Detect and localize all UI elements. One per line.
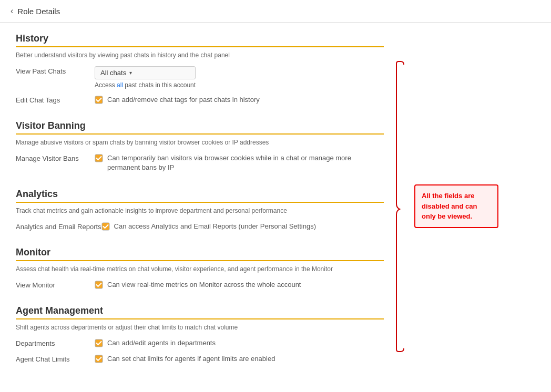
brace-icon: [394, 59, 405, 354]
annotation-area: All the fields are disabled and can only…: [394, 33, 498, 379]
field-row-manage-visitor-bans: Manage Visitor BansCan temporarily ban v…: [16, 153, 384, 172]
field-control-view-monitor: Can view real-time metrics on Monitor ac…: [95, 280, 384, 290]
section-divider-monitor: [16, 260, 384, 261]
checkbox-desc-analytics-email-reports: Can access Analytics and Email Reports (…: [114, 222, 316, 231]
checkbox-icon: [101, 222, 110, 231]
section-title-history: History: [16, 33, 384, 44]
checkbox-icon: [95, 355, 103, 363]
field-row-departments: DepartmentsCan add/edit agents in depart…: [16, 338, 384, 348]
field-control-analytics-email-reports: Can access Analytics and Email Reports (…: [101, 222, 384, 231]
checkbox-desc-edit-chat-tags: Can add/remove chat tags for past chats …: [107, 95, 260, 105]
page-title: Role Details: [17, 7, 60, 16]
section-title-monitor: Monitor: [16, 247, 384, 258]
field-row-edit-chat-tags: Edit Chat TagsCan add/remove chat tags f…: [16, 95, 384, 105]
field-label-edit-chat-tags: Edit Chat Tags: [16, 95, 95, 104]
section-title-analytics: Analytics: [16, 189, 384, 200]
field-label-departments: Departments: [16, 338, 95, 347]
section-description-monitor: Assess chat health via real-time metrics…: [16, 265, 384, 273]
field-control-edit-chat-tags: Can add/remove chat tags for past chats …: [95, 95, 384, 105]
field-label-view-past-chats: View Past Chats: [16, 66, 95, 75]
field-control-departments: Can add/edit agents in departments: [95, 338, 384, 348]
dropdown-value: All chats: [100, 69, 126, 77]
field-label-manage-visitor-bans: Manage Visitor Bans: [16, 153, 95, 162]
checkbox-icon: [95, 339, 103, 347]
page-header: ‹ Role Details: [0, 0, 551, 23]
section-analytics: AnalyticsTrack chat metrics and gain act…: [16, 189, 384, 231]
field-label-analytics-email-reports: Analytics and Email Reports: [16, 222, 101, 231]
section-description-history: Better understand visitors by viewing pa…: [16, 51, 384, 59]
dropdown-view-past-chats[interactable]: All chats▾: [95, 66, 196, 79]
section-description-visitor-banning: Manage abusive visitors or spam chats by…: [16, 139, 384, 146]
checkbox-row-departments: Can add/edit agents in departments: [95, 338, 384, 348]
checkbox-desc-agent-chat-limits: Can set chat limits for agents if agent …: [107, 354, 275, 364]
checkbox-desc-view-monitor: Can view real-time metrics on Monitor ac…: [107, 280, 301, 290]
main-content: HistoryBetter understand visitors by vie…: [0, 23, 551, 390]
section-divider-agent-management: [16, 318, 384, 319]
section-agent-management: Agent ManagementShift agents across depa…: [16, 305, 384, 364]
dropdown-sub-text: Access all past chats in this account: [95, 81, 196, 89]
field-row-agent-chat-limits: Agent Chat LimitsCan set chat limits for…: [16, 354, 384, 364]
section-divider-analytics: [16, 202, 384, 203]
section-visitor-banning: Visitor BanningManage abusive visitors o…: [16, 120, 384, 172]
field-control-view-past-chats: All chats▾Access all past chats in this …: [95, 66, 384, 89]
field-row-analytics-email-reports: Analytics and Email ReportsCan access An…: [16, 222, 384, 231]
section-monitor: MonitorAssess chat health via real-time …: [16, 247, 384, 290]
field-row-view-monitor: View MonitorCan view real-time metrics o…: [16, 280, 384, 290]
checkbox-icon: [95, 96, 103, 104]
section-title-visitor-banning: Visitor Banning: [16, 120, 384, 131]
field-label-view-monitor: View Monitor: [16, 280, 95, 289]
checkbox-icon: [95, 154, 103, 162]
field-control-agent-chat-limits: Can set chat limits for agents if agent …: [95, 354, 384, 364]
back-button[interactable]: ‹: [11, 6, 13, 16]
section-history: HistoryBetter understand visitors by vie…: [16, 33, 384, 105]
checkbox-row-view-monitor: Can view real-time metrics on Monitor ac…: [95, 280, 384, 290]
section-description-agent-management: Shift agents across departments or adjus…: [16, 324, 384, 331]
checkbox-row-agent-chat-limits: Can set chat limits for agents if agent …: [95, 354, 384, 364]
field-control-manage-visitor-bans: Can temporarily ban visitors via browser…: [95, 153, 384, 172]
checkbox-row-edit-chat-tags: Can add/remove chat tags for past chats …: [95, 95, 384, 105]
checkbox-desc-departments: Can add/edit agents in departments: [107, 338, 216, 348]
checkbox-icon: [95, 281, 103, 289]
section-divider-history: [16, 46, 384, 47]
form-area: HistoryBetter understand visitors by vie…: [16, 33, 384, 379]
checkbox-desc-manage-visitor-bans: Can temporarily ban visitors via browser…: [107, 153, 384, 172]
section-description-analytics: Track chat metrics and gain actionable i…: [16, 207, 384, 214]
checkbox-row-analytics-email-reports: Can access Analytics and Email Reports (…: [101, 222, 384, 231]
sub-text-link[interactable]: all: [117, 81, 123, 89]
section-title-agent-management: Agent Management: [16, 305, 384, 316]
field-row-view-past-chats: View Past ChatsAll chats▾Access all past…: [16, 66, 384, 89]
annotation-box: All the fields are disabled and can only…: [414, 184, 498, 228]
section-divider-visitor-banning: [16, 133, 384, 135]
annotation-text: All the fields are disabled and can only…: [422, 192, 477, 220]
chevron-down-icon: ▾: [129, 70, 132, 76]
checkbox-row-manage-visitor-bans: Can temporarily ban visitors via browser…: [95, 153, 384, 172]
field-label-agent-chat-limits: Agent Chat Limits: [16, 354, 95, 363]
